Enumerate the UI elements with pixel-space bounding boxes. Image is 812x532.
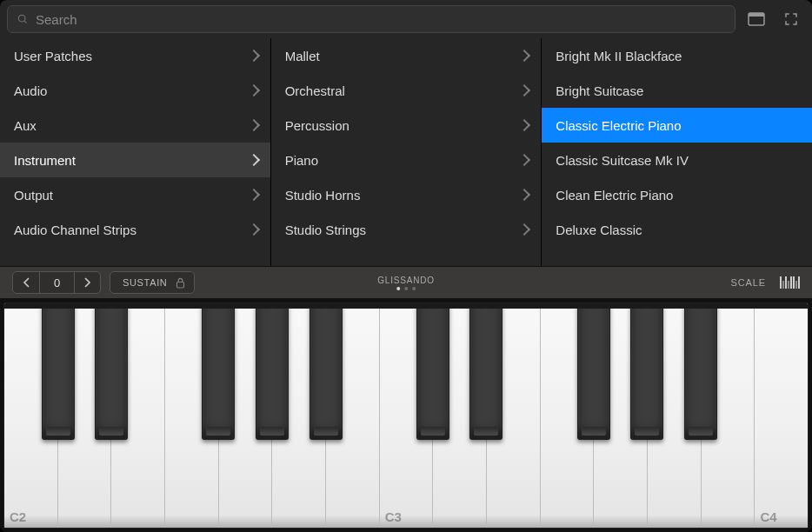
search-input[interactable] bbox=[36, 12, 726, 27]
octave-down-button[interactable] bbox=[13, 272, 39, 293]
browser-item[interactable]: Audio bbox=[0, 73, 270, 108]
black-key[interactable] bbox=[684, 303, 717, 440]
black-key[interactable] bbox=[256, 303, 289, 440]
browser-item[interactable]: Piano bbox=[271, 143, 542, 177]
black-key[interactable] bbox=[416, 303, 449, 440]
browser-item[interactable]: Clean Electric Piano bbox=[542, 177, 812, 212]
black-key[interactable] bbox=[577, 303, 610, 440]
dot-1 bbox=[396, 287, 400, 290]
svg-point-0 bbox=[18, 15, 25, 22]
browser-item[interactable]: Output bbox=[0, 177, 270, 212]
browser-item[interactable]: Classic Electric Piano bbox=[542, 108, 812, 143]
key-label: C4 bbox=[760, 509, 776, 524]
dot-3 bbox=[412, 287, 416, 290]
patch-browser: User PatchesAudioAuxInstrumentOutputAudi… bbox=[0, 38, 812, 266]
browser-item[interactable]: Audio Channel Strips bbox=[0, 212, 270, 247]
browser-item[interactable]: Studio Horns bbox=[271, 177, 542, 212]
browser-item[interactable]: Bright Mk II Blackface bbox=[542, 38, 812, 73]
black-key[interactable] bbox=[42, 303, 75, 440]
browser-item[interactable]: Aux bbox=[0, 108, 270, 143]
browser-item[interactable]: User Patches bbox=[0, 38, 270, 73]
dot-2 bbox=[404, 287, 408, 290]
keyboard-mode-label: GLISSANDO bbox=[377, 276, 435, 285]
browser-item[interactable]: Percussion bbox=[271, 108, 542, 143]
browser-item[interactable]: Orchestral bbox=[271, 73, 542, 108]
octave-stepper[interactable]: 0 bbox=[12, 271, 101, 294]
piano-felt bbox=[4, 303, 808, 309]
browser-item[interactable]: Deluxe Classic bbox=[542, 212, 812, 247]
black-key[interactable] bbox=[469, 303, 503, 440]
black-key[interactable] bbox=[95, 303, 128, 440]
lock-icon bbox=[176, 277, 185, 289]
octave-value: 0 bbox=[39, 272, 74, 293]
sustain-button[interactable]: SUSTAIN bbox=[110, 271, 195, 294]
scale-button[interactable]: SCALE bbox=[731, 277, 766, 288]
chevron-right-icon bbox=[83, 277, 91, 288]
page-dots[interactable] bbox=[396, 287, 416, 290]
octave-up-button[interactable] bbox=[74, 272, 100, 293]
keyboard-range-button[interactable] bbox=[780, 276, 800, 289]
black-key[interactable] bbox=[309, 303, 343, 440]
search-icon bbox=[17, 13, 29, 25]
svg-rect-3 bbox=[749, 13, 764, 17]
browser-item[interactable]: Mallet bbox=[271, 38, 542, 73]
keyboard-toolbar: 0 SUSTAIN GLISSANDO SCALE bbox=[0, 266, 812, 299]
key-label: C3 bbox=[385, 509, 402, 524]
browser-item[interactable]: Studio Strings bbox=[271, 212, 542, 247]
key-label: C2 bbox=[10, 509, 26, 524]
black-key[interactable] bbox=[202, 303, 235, 440]
browser-item[interactable]: Classic Suitcase Mk IV bbox=[542, 143, 812, 177]
svg-line-1 bbox=[24, 21, 27, 23]
expand-icon bbox=[783, 11, 799, 27]
black-key[interactable] bbox=[630, 303, 663, 440]
browser-item[interactable]: Instrument bbox=[0, 143, 270, 177]
fullscreen-button[interactable] bbox=[777, 5, 805, 33]
browser-item[interactable]: Bright Suitcase bbox=[542, 73, 812, 108]
window-icon bbox=[748, 12, 765, 26]
window-mode-button[interactable] bbox=[742, 5, 770, 33]
search-field[interactable] bbox=[7, 5, 735, 33]
piano-keyboard[interactable]: C2C3C4 bbox=[3, 303, 809, 529]
white-key[interactable]: C4 bbox=[755, 303, 808, 528]
chevron-left-icon bbox=[23, 277, 30, 288]
sustain-label: SUSTAIN bbox=[123, 277, 167, 288]
svg-rect-4 bbox=[177, 282, 184, 288]
